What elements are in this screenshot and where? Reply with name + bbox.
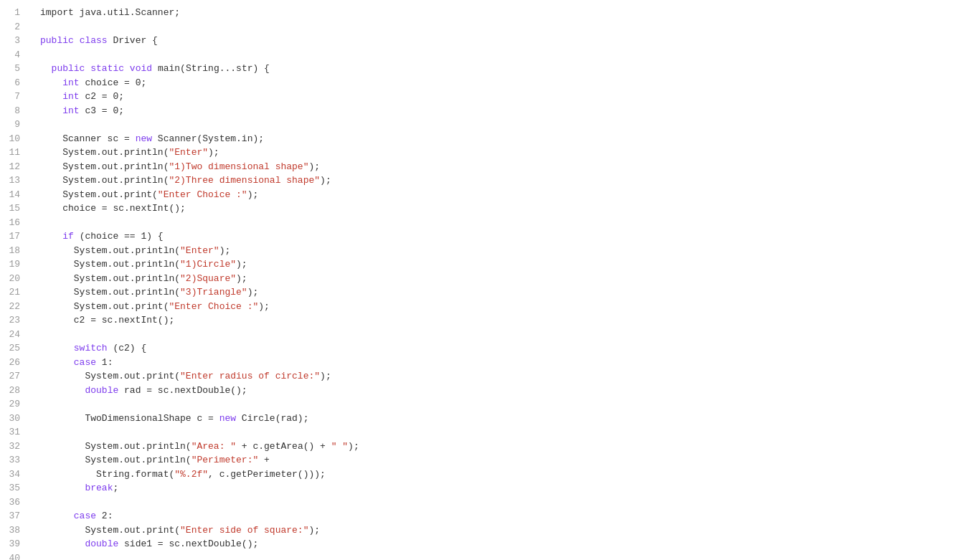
code-line (40, 328, 963, 342)
code-line (40, 495, 963, 510)
token-plain: System.out.print( (40, 189, 158, 200)
code-line: System.out.println("2)Three dimensional … (40, 174, 963, 188)
code-line: int choice = 0; (40, 76, 963, 90)
token-plain: ); (320, 371, 331, 381)
code-line: c2 = sc.nextInt(); (40, 313, 963, 328)
code-line: int c2 = 0; (40, 90, 963, 104)
token-str: "1)Circle" (180, 259, 236, 270)
token-plain: (choice == 1) { (74, 231, 164, 242)
line-number: 26 (6, 356, 20, 370)
code-line (40, 48, 963, 62)
token-str: "Enter radius of circle:" (180, 371, 320, 381)
code-line (40, 397, 963, 412)
line-number: 6 (6, 76, 20, 90)
line-number: 17 (6, 229, 20, 244)
code-line: case 1: (40, 356, 963, 370)
line-number: 33 (6, 453, 20, 468)
code-line: System.out.print("Enter side of square:"… (40, 523, 963, 538)
code-line: public class Driver { (40, 34, 963, 48)
line-number: 24 (6, 328, 20, 342)
token-plain: choice = sc.nextInt(); (40, 203, 186, 214)
line-number: 4 (6, 48, 20, 62)
token-str: "Enter Choice :" (169, 301, 258, 312)
code-line (40, 118, 963, 132)
code-editor: 1234567891011121314151617181920212223242… (0, 0, 969, 560)
line-number: 31 (6, 425, 20, 440)
token-str: "%.2f" (174, 469, 208, 480)
token-kw: int (62, 77, 79, 88)
token-str: "2)Square" (180, 273, 236, 284)
code-line: System.out.println("2)Square"); (40, 272, 963, 286)
line-number: 1 (6, 6, 20, 20)
code-line: System.out.println("3)Triangle"); (40, 285, 963, 300)
token-kw: int (62, 105, 79, 116)
line-number: 37 (6, 509, 20, 523)
code-line: case 2: (40, 509, 963, 523)
code-line: System.out.println("Enter"); (40, 244, 963, 258)
line-number-gutter: 1234567891011121314151617181920212223242… (0, 0, 29, 560)
token-plain: System.out.println( (40, 441, 192, 452)
token-plain: ); (247, 189, 259, 200)
token-plain: c2 = sc.nextInt(); (40, 315, 174, 326)
token-plain (40, 77, 62, 88)
line-number: 9 (6, 118, 20, 132)
token-str: "2)Three dimensional shape" (169, 175, 320, 186)
line-number: 39 (6, 537, 20, 551)
token-str: "Enter" (180, 245, 219, 256)
token-plain: + c.getArea() + (236, 441, 331, 452)
token-kw: new (219, 413, 236, 424)
token-str: "Enter" (169, 147, 208, 158)
token-plain: + (258, 455, 270, 465)
token-plain: System.out.println( (40, 147, 169, 158)
token-plain (40, 483, 85, 493)
code-line: double rad = sc.nextDouble(); (40, 384, 963, 398)
token-kw: new (136, 133, 152, 144)
token-kw: double (85, 385, 118, 396)
token-plain (40, 91, 62, 102)
token-str: "Enter Choice :" (158, 189, 247, 200)
code-area[interactable]: import java.util.Scanner; public class D… (29, 0, 969, 560)
token-plain: ); (219, 245, 231, 256)
line-number: 35 (6, 481, 20, 495)
token-plain (124, 63, 130, 74)
token-plain: ); (208, 147, 219, 158)
code-line: break; (40, 481, 963, 495)
token-plain: System.out.print( (40, 525, 180, 536)
token-plain: ); (308, 525, 320, 536)
token-plain: main(String...str) { (152, 63, 270, 74)
token-plain: System.out.println( (40, 161, 169, 172)
line-number: 30 (6, 412, 20, 426)
token-plain (40, 357, 74, 368)
token-plain: ); (247, 287, 259, 298)
token-plain: Driver { (108, 35, 158, 46)
token-kw: public (52, 63, 85, 74)
code-line: String.format("%.2f", c.getPerimeter()))… (40, 468, 963, 482)
token-plain: System.out.println( (40, 245, 180, 256)
token-plain: ); (236, 273, 247, 284)
line-number: 25 (6, 341, 20, 356)
token-plain: Scanner sc = (40, 133, 136, 144)
token-plain: , c.getPerimeter())); (208, 469, 326, 480)
token-kw: if (62, 231, 74, 242)
token-str: "Area: " (192, 441, 236, 452)
code-line (40, 216, 963, 230)
token-plain: System.out.println( (40, 175, 169, 186)
line-number: 3 (6, 34, 20, 48)
token-kw: switch (74, 343, 108, 353)
token-plain: choice = 0; (80, 77, 147, 88)
token-kw: double (85, 538, 118, 549)
token-plain: 2: (96, 511, 113, 521)
line-number: 12 (6, 160, 20, 174)
line-number: 10 (6, 132, 20, 146)
token-kw: case (74, 357, 96, 368)
token-plain (40, 511, 74, 521)
token-plain (40, 231, 62, 242)
token-plain: System.out.println( (40, 287, 180, 298)
line-number: 27 (6, 369, 20, 384)
token-str: "1)Two dimensional shape" (169, 161, 308, 172)
code-line: double side1 = sc.nextDouble(); (40, 537, 963, 551)
token-plain (40, 538, 85, 549)
code-line: System.out.print("Enter Choice :"); (40, 300, 963, 314)
line-number: 21 (6, 285, 20, 300)
line-number: 19 (6, 257, 20, 272)
